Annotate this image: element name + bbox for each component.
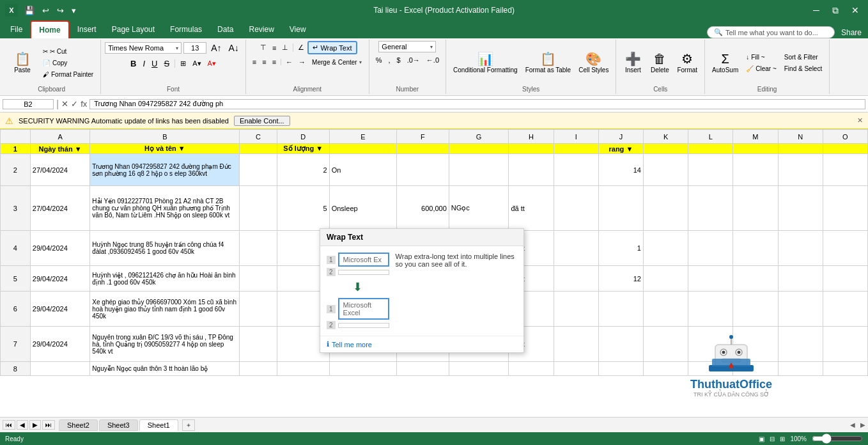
italic-button[interactable]: I <box>140 57 148 70</box>
cell-O2[interactable] <box>823 154 867 186</box>
save-button[interactable]: 💾 <box>22 4 37 17</box>
cell-N6[interactable] <box>778 292 823 327</box>
cell-N8[interactable] <box>778 362 823 376</box>
cell-M6[interactable] <box>733 292 778 327</box>
paste-button[interactable]: 📋 Paste <box>6 50 38 76</box>
cell-O3[interactable] <box>823 186 867 231</box>
cell-M4[interactable] <box>733 231 778 266</box>
cell-O1[interactable] <box>823 144 867 154</box>
zoom-slider[interactable] <box>812 433 863 444</box>
cell-N2[interactable] <box>778 154 823 186</box>
cell-L2[interactable] <box>688 154 733 186</box>
underline-button[interactable]: U <box>149 57 160 70</box>
cell-H2[interactable] <box>509 154 554 186</box>
cell-A7[interactable]: 29/04/2024 <box>30 327 90 362</box>
align-middle-button[interactable]: ≡ <box>270 41 279 54</box>
quick-access-more[interactable]: ▾ <box>69 4 79 17</box>
align-center-button[interactable]: ≡ <box>260 56 268 68</box>
format-painter-button[interactable]: 🖌 Format Painter <box>40 69 97 80</box>
cell-D1[interactable]: Số lượng ▼ <box>277 144 329 154</box>
number-format-selector[interactable]: General ▾ <box>378 41 436 52</box>
align-bottom-button[interactable]: ⊥ <box>279 41 291 54</box>
cell-B3[interactable]: Hải Yến 0912227701 Phòng 21 A2 nhà CT 2B… <box>90 186 240 231</box>
font-grow-button[interactable]: A↑ <box>208 41 224 55</box>
cell-K7[interactable] <box>643 327 688 362</box>
cell-J7[interactable] <box>598 327 643 362</box>
cell-K4[interactable] <box>643 231 688 266</box>
col-header-C[interactable]: C <box>240 130 277 144</box>
cell-I5[interactable] <box>554 266 598 292</box>
cell-K3[interactable] <box>643 186 688 231</box>
cell-K2[interactable] <box>643 154 688 186</box>
cell-B5[interactable]: Huỳnh việt , 0962121426 chợ ăn hữu Hoài … <box>90 266 240 292</box>
cell-H1[interactable] <box>509 144 554 154</box>
cell-E8[interactable] <box>329 362 396 376</box>
col-header-E[interactable]: E <box>329 130 396 144</box>
cell-C2[interactable] <box>240 154 277 186</box>
text-angle-button[interactable]: ∠ <box>295 41 307 54</box>
col-header-N[interactable]: N <box>778 130 823 144</box>
minimize-button[interactable]: ─ <box>809 4 823 17</box>
copy-button[interactable]: 📄 Copy <box>40 58 97 68</box>
cell-K8[interactable] <box>643 362 688 376</box>
cell-L5[interactable] <box>688 266 733 292</box>
cell-N5[interactable] <box>778 266 823 292</box>
sheet-tab-sheet3[interactable]: Sheet3 <box>99 419 138 431</box>
tab-file[interactable]: File <box>3 20 30 38</box>
cell-B6[interactable]: Xe ghép giao thủy 0966697000 Xóm 15 cũ x… <box>90 292 240 327</box>
cell-B7[interactable]: Nguyên trong xuân Đ/C 19/3 võ thị sáu , … <box>90 327 240 362</box>
align-top-button[interactable]: ⊤ <box>258 41 269 54</box>
tell-me-more-link[interactable]: ℹ Tell me more <box>320 336 523 352</box>
cell-F2[interactable] <box>396 154 449 186</box>
cell-I4[interactable] <box>554 231 598 266</box>
sheet-tab-sheet1[interactable]: Sheet1 <box>139 419 178 431</box>
page-layout-icon[interactable]: ⊟ <box>770 435 775 442</box>
tab-review[interactable]: Review <box>241 20 281 38</box>
cell-K5[interactable] <box>643 266 688 292</box>
cell-D8[interactable] <box>277 362 329 376</box>
cell-M5[interactable] <box>733 266 778 292</box>
cell-J2[interactable]: 14 <box>598 154 643 186</box>
col-header-I[interactable]: I <box>554 130 598 144</box>
decrease-indent-button[interactable]: ← <box>283 56 295 68</box>
undo-button[interactable]: ↩ <box>40 4 52 17</box>
clear-button[interactable]: 🧹 Clear ~ <box>743 63 780 74</box>
format-as-table-button[interactable]: 📋 Format as Table <box>522 50 575 76</box>
formula-input[interactable] <box>89 99 865 109</box>
format-button[interactable]: ⚙ Format <box>674 50 701 76</box>
scroll-right-icon[interactable]: ▶ <box>860 421 865 428</box>
increase-indent-button[interactable]: → <box>296 56 308 68</box>
cell-L3[interactable] <box>688 186 733 231</box>
normal-view-icon[interactable]: ▣ <box>759 435 764 442</box>
cell-J8[interactable] <box>598 362 643 376</box>
enable-content-button[interactable]: Enable Cont... <box>234 116 290 126</box>
col-header-D[interactable]: D <box>277 130 329 144</box>
cell-J3[interactable] <box>598 186 643 231</box>
tab-insert[interactable]: Insert <box>70 20 104 38</box>
cell-F1[interactable] <box>396 144 449 154</box>
cell-G8[interactable] <box>449 362 509 376</box>
cell-C3[interactable] <box>240 186 277 231</box>
cell-B1[interactable]: Họ và tên ▼ <box>90 144 240 154</box>
cell-L6[interactable] <box>688 292 733 327</box>
add-sheet-button[interactable]: ＋ <box>182 419 195 431</box>
cell-O7[interactable] <box>823 327 867 362</box>
col-header-M[interactable]: M <box>733 130 778 144</box>
cell-D2[interactable]: 2 <box>277 154 329 186</box>
cell-G1[interactable] <box>449 144 509 154</box>
cell-A3[interactable]: 27/04/2024 <box>30 186 90 231</box>
share-button[interactable]: Share <box>835 27 868 38</box>
redo-button[interactable]: ↪ <box>54 4 66 17</box>
cell-C4[interactable] <box>240 231 277 266</box>
cell-A5[interactable]: 29/04/2024 <box>30 266 90 292</box>
font-size-selector[interactable]: 13 <box>183 42 206 54</box>
tab-data[interactable]: Data <box>210 20 241 38</box>
increase-decimal-button[interactable]: .0→ <box>405 54 422 66</box>
cell-C6[interactable] <box>240 292 277 327</box>
cell-O5[interactable] <box>823 266 867 292</box>
sheet-nav-first[interactable]: ⏮ <box>3 420 15 430</box>
decrease-decimal-button[interactable]: ←.0 <box>424 54 442 66</box>
cell-N4[interactable] <box>778 231 823 266</box>
cell-L4[interactable] <box>688 231 733 266</box>
cell-G3[interactable]: NGọc <box>449 186 509 231</box>
